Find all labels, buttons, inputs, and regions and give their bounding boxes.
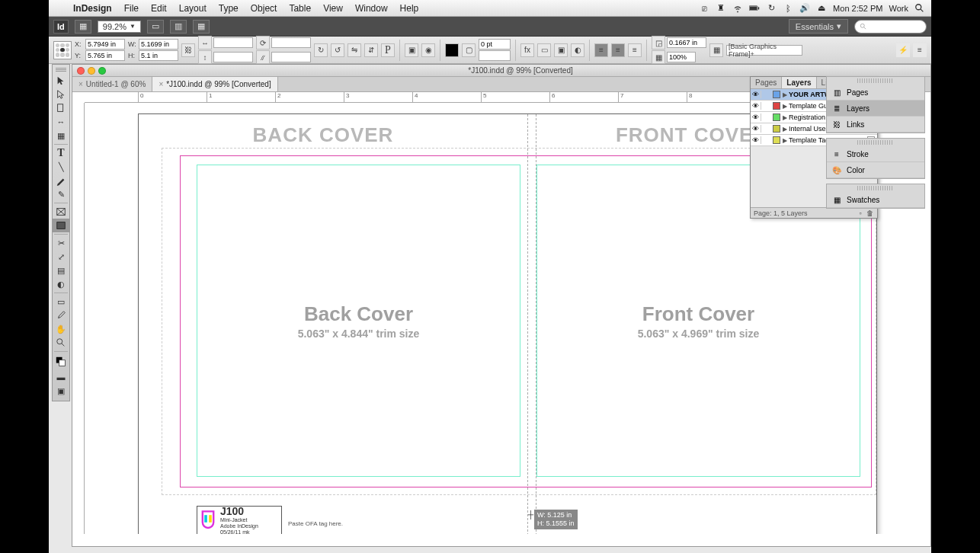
panel-grip[interactable] <box>857 78 894 83</box>
close-tab-icon[interactable]: × <box>159 80 163 88</box>
eject-icon[interactable]: ⏏ <box>816 3 827 14</box>
line-tool[interactable]: ╲ <box>53 160 69 174</box>
document-tab[interactable]: ×*J100.indd @ 99% [Converted] <box>152 77 277 91</box>
app-name[interactable]: InDesign <box>67 3 118 14</box>
rectangle-frame-tool[interactable] <box>53 205 69 219</box>
fill-stroke-swap[interactable] <box>53 353 69 370</box>
flip-v-icon[interactable]: ⇵ <box>364 43 378 57</box>
close-window-icon[interactable] <box>77 67 85 75</box>
shear-input[interactable] <box>271 52 311 62</box>
disclosure-icon[interactable]: ▶ <box>783 114 787 121</box>
gradient-feather-tool[interactable]: ◐ <box>53 277 69 291</box>
panel-grip[interactable] <box>857 140 894 145</box>
align-center-icon[interactable]: ≡ <box>611 43 625 57</box>
reference-point[interactable] <box>53 41 72 59</box>
stroke-style-input[interactable] <box>479 50 511 61</box>
scale-x-input[interactable] <box>213 37 253 48</box>
hand-tool[interactable]: ✋ <box>53 322 69 336</box>
rotate-input[interactable] <box>271 37 311 48</box>
fill-swatch[interactable] <box>445 43 459 57</box>
note-tool[interactable]: ▭ <box>53 295 69 308</box>
y-input[interactable] <box>85 50 125 61</box>
fit-input[interactable] <box>667 52 696 62</box>
scale-x-icon[interactable]: ↔ <box>198 36 212 50</box>
menu-window[interactable]: Window <box>349 3 394 14</box>
side-color[interactable]: 🎨Color <box>827 162 924 178</box>
gradient-swatch-tool[interactable]: ▤ <box>53 264 69 277</box>
stroke-weight-input[interactable] <box>479 39 511 50</box>
workspace-switcher[interactable]: Essentials ▾ <box>789 19 848 34</box>
gap-tool[interactable]: ↔ <box>53 115 69 129</box>
side-swatches[interactable]: ▦Swatches <box>827 192 924 208</box>
rotate-ccw-icon[interactable]: ↺ <box>331 43 344 57</box>
zoom-level[interactable]: 99.2% ▼ <box>98 21 141 33</box>
zoom-tool[interactable] <box>53 336 69 350</box>
view-opt-2[interactable]: ▥ <box>170 20 187 34</box>
panel-menu-icon[interactable]: ≡ <box>913 43 927 57</box>
select-content-icon[interactable]: ◉ <box>421 43 435 57</box>
type-tool[interactable]: T <box>53 146 69 160</box>
rotate-cw-icon[interactable]: ↻ <box>314 43 328 57</box>
puzzle-icon[interactable]: ♜ <box>716 3 726 14</box>
align-left-icon[interactable]: ≡ <box>594 43 608 57</box>
direct-selection-tool[interactable] <box>53 88 69 101</box>
paragraph-icon[interactable]: P <box>381 43 395 57</box>
corner-icon[interactable]: ◲ <box>652 36 665 50</box>
close-tab-icon[interactable]: × <box>78 80 83 88</box>
fit-icon[interactable]: ▦ <box>652 50 665 64</box>
screen-mode[interactable]: ▣ <box>53 384 69 398</box>
menu-type[interactable]: Type <box>213 3 245 14</box>
sync-icon[interactable]: ↻ <box>766 3 777 14</box>
link-icon[interactable]: ⛓ <box>181 43 195 57</box>
content-collector-tool[interactable]: ▦ <box>53 129 69 142</box>
wrap-shape-icon[interactable]: ◐ <box>571 43 584 57</box>
visibility-toggle-icon[interactable]: 👁 <box>751 91 761 98</box>
w-input[interactable] <box>139 39 178 50</box>
side-pages[interactable]: ▥Pages <box>827 85 924 101</box>
visibility-toggle-icon[interactable]: 👁 <box>751 136 761 144</box>
wrap-bound-icon[interactable]: ▣ <box>554 43 568 57</box>
corner-input[interactable] <box>667 37 706 48</box>
free-transform-tool[interactable]: ⤢ <box>53 250 69 264</box>
disclosure-icon[interactable]: ▶ <box>783 126 787 133</box>
side-layers[interactable]: ≣Layers <box>827 101 924 117</box>
align-right-icon[interactable]: ≡ <box>628 43 642 57</box>
page-tool[interactable] <box>53 101 69 115</box>
menu-layout[interactable]: Layout <box>173 3 213 14</box>
document-tab[interactable]: ×Untitled-1 @ 60% <box>72 77 152 91</box>
menu-edit[interactable]: Edit <box>145 3 173 14</box>
visibility-toggle-icon[interactable]: 👁 <box>751 125 761 133</box>
back-cover-panel[interactable]: Back Cover 5.063" x 4.844" trim size <box>197 165 520 477</box>
zoom-window-icon[interactable] <box>98 67 106 75</box>
pencil-tool[interactable]: ✎ <box>53 187 69 201</box>
panel-tab-layers[interactable]: Layers <box>782 77 816 88</box>
volume-icon[interactable]: 🔊 <box>799 3 810 14</box>
select-container-icon[interactable]: ▣ <box>405 43 418 57</box>
effects-icon[interactable]: fx <box>520 43 534 57</box>
h-input[interactable] <box>139 50 178 61</box>
disclosure-icon[interactable]: ▶ <box>783 137 787 144</box>
apply-color[interactable]: ▬ <box>53 370 69 384</box>
rotate-icon[interactable]: ⟳ <box>256 36 270 50</box>
flip-h-icon[interactable]: ⇋ <box>347 43 361 57</box>
visibility-toggle-icon[interactable]: 👁 <box>751 113 761 121</box>
wrap-none-icon[interactable]: ▭ <box>537 43 551 57</box>
eyedropper-tool[interactable] <box>53 308 69 322</box>
panel-tab-pages[interactable]: Pages <box>751 77 782 88</box>
toolbox-grip[interactable] <box>56 68 66 72</box>
menu-help[interactable]: Help <box>394 3 425 14</box>
scale-y-icon[interactable]: ↕ <box>198 50 212 64</box>
x-input[interactable] <box>85 39 125 50</box>
side-stroke[interactable]: ≡Stroke <box>827 146 924 162</box>
screenshare-icon[interactable]: ⎚ <box>699 3 709 14</box>
lightning-icon[interactable]: ⚡ <box>896 43 910 57</box>
vertical-ruler[interactable] <box>72 103 85 534</box>
disclosure-icon[interactable]: ▶ <box>783 91 787 98</box>
battery-icon[interactable] <box>749 3 760 14</box>
panel-grip[interactable] <box>857 186 894 190</box>
pen-tool[interactable] <box>53 174 69 187</box>
bridge-icon[interactable]: ▦ <box>75 20 91 34</box>
side-links[interactable]: ⛓Links <box>827 117 924 133</box>
frame-opts-icon[interactable]: ▦ <box>709 43 723 57</box>
menu-file[interactable]: File <box>118 3 145 14</box>
